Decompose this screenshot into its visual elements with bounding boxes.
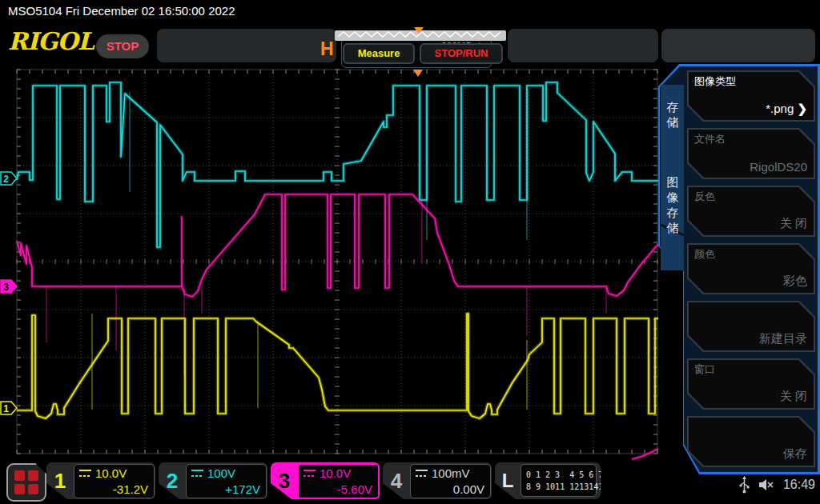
logic-channel-list: 0 1 2 3 4 5 6 7 8 9 1011 12131415 (521, 464, 597, 497)
run-state-badge[interactable]: STOP (96, 34, 149, 58)
channel-3-box-selected[interactable]: 3 10.0V -5.60V (271, 462, 380, 499)
oscilloscope-screen: 231 MSO5104 Fri December 02 16:50:00 202… (0, 0, 820, 504)
logic-row-2: 8 9 1011 12131415 (526, 482, 608, 491)
measure-button[interactable]: Measure (343, 43, 415, 64)
waveform-ch2 (17, 82, 658, 247)
menu-item-window[interactable]: 窗口 关 闭 (687, 358, 815, 410)
menu-item-label: 图像类型 (694, 74, 736, 89)
coupling-dc-icon (416, 470, 428, 477)
save-menu-panel: 存 储 图 像 存 储 图像类型 *.png ❯ 文件名 RigolDS20 反… (657, 64, 820, 474)
trigger-position-marker[interactable] (413, 70, 423, 77)
logic-channels-box[interactable]: L 0 1 2 3 4 5 6 7 8 9 1011 12131415 (495, 462, 601, 499)
horizontal-label: H (320, 38, 334, 60)
header-toolbar: RIGOL STOP H 200us 200MSa/s 20Mpts Measu… (0, 22, 820, 66)
channel-2-scale: 100V (207, 466, 235, 480)
menu-item-label: 反色 (694, 190, 715, 204)
channel-1-scale: 10.0V (95, 466, 127, 480)
channel-1-number: 1 (46, 462, 74, 499)
channel-3-scale: 10.0V (320, 466, 351, 480)
menu-grid-button[interactable] (6, 463, 46, 502)
grid-dot (28, 484, 38, 494)
coupling-dc-icon (303, 470, 316, 477)
model-datetime-text: MSO5104 Fri December 02 16:50:00 2022 (8, 4, 235, 18)
grid-dot (14, 470, 25, 481)
menu-item-value: RigolDS20 (750, 160, 807, 174)
waveform-ch2-glow (17, 82, 658, 247)
menu-item-image-type[interactable]: 图像类型 *.png ❯ (687, 70, 815, 122)
logic-label: L (495, 462, 521, 499)
channel-4-scale: 100mV (432, 466, 470, 480)
model-datetime-bar: MSO5104 Fri December 02 16:50:00 2022 (0, 0, 820, 22)
menu-item-label: 文件名 (694, 132, 726, 146)
menu-item-invert[interactable]: 反色 关 闭 (687, 186, 815, 237)
logic-row-1: 0 1 2 3 4 5 6 7 (526, 470, 603, 479)
channel-marker-label: 2 (3, 174, 9, 185)
menu-item-value: 关 闭 (780, 216, 807, 231)
delay-group: D -906us (508, 29, 658, 62)
menu-item-value: *.png ❯ (766, 102, 807, 116)
channel-4-values: 100mV 0.00V (410, 464, 491, 498)
waveform-overview-strip[interactable] (335, 27, 506, 42)
menu-item-new-directory[interactable]: 新建目录 (687, 301, 815, 352)
grid-dot (28, 470, 38, 481)
trigger-group: T 1 -49.2mV A (661, 29, 815, 62)
channel-2-number: 2 (159, 462, 186, 499)
channel-3-offset: -5.60V (337, 482, 372, 496)
overview-bar[interactable] (335, 30, 506, 41)
menu-item-label: 颜色 (694, 247, 715, 262)
channel-3-number: 3 (271, 462, 298, 499)
grid-dot (14, 484, 25, 494)
menu-item-color[interactable]: 颜色 彩色 (687, 243, 815, 294)
rigol-logo: RIGOL (8, 27, 94, 55)
channel-4-offset: 0.00V (453, 482, 484, 496)
coupling-dc-icon (79, 470, 91, 477)
speaker-muted-icon (758, 478, 775, 492)
menu-item-label: 窗口 (694, 362, 715, 377)
chevron-right-icon: ❯ (797, 102, 807, 115)
status-tray: 16:49 (739, 476, 815, 494)
channel-2-offset: +172V (225, 482, 260, 496)
channel-1-box[interactable]: 1 10.0V -31.2V (46, 462, 155, 499)
menu-item-save[interactable]: 保存 (687, 416, 815, 467)
channel-2-values: 100V +172V (186, 464, 267, 498)
tab-storage[interactable]: 存 储 (661, 99, 684, 130)
menu-item-value-text: *.png (766, 102, 794, 115)
clock-time: 16:49 (783, 478, 815, 492)
menu-item-filename[interactable]: 文件名 RigolDS20 (687, 128, 815, 179)
menu-item-value: 保存 (783, 446, 807, 462)
channel-4-box[interactable]: 4 100mV 0.00V (383, 462, 492, 499)
channel-1-values: 10.0V -31.2V (74, 464, 155, 498)
tab-image-storage[interactable]: 图 像 存 储 (661, 174, 684, 235)
channel-3-values: 10.0V -5.60V (297, 463, 380, 499)
channel-4-number: 4 (383, 462, 410, 499)
channel-marker-label: 1 (3, 403, 9, 414)
coupling-dc-icon (191, 470, 203, 477)
usb-icon (739, 476, 750, 494)
channel-marker-label: 3 (3, 282, 9, 293)
menu-item-value: 新建目录 (759, 331, 807, 346)
channel-1-offset: -31.2V (113, 482, 148, 496)
channel-2-box[interactable]: 2 100V +172V (159, 462, 267, 499)
horizontal-group: H 200us 200MSa/s 20Mpts (157, 29, 336, 62)
stop-run-button[interactable]: STOP/RUN (420, 43, 503, 64)
menu-item-value: 彩色 (783, 274, 807, 289)
menu-item-value: 关 闭 (780, 389, 807, 404)
